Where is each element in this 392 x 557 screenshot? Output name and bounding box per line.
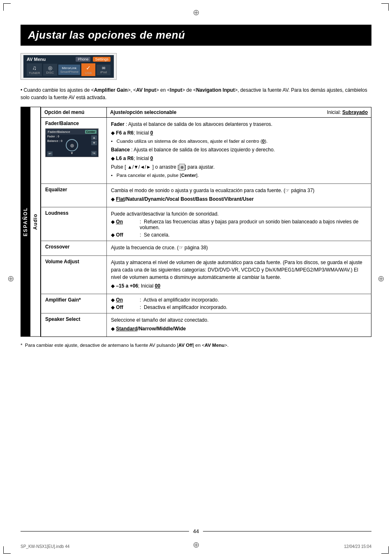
table-row-fader: Fader/Balance Fader/Balance Fader : 0 Ba… — [41, 118, 371, 184]
content-speaker: Seleccione el tamaño del altavoz conecta… — [107, 313, 371, 337]
bottom-right-text: 12/04/23 15:04 — [344, 544, 371, 549]
content-crossover: Ajuste la frecuencia de cruce. (☞ página… — [107, 241, 371, 255]
bottom-info: SP_KW-NSX1[EU].indb 44 12/04/23 15:04 — [21, 544, 371, 549]
corner-mark-tr — [381, 3, 389, 11]
footer-note: * Para cambiar este ajuste, desactive de… — [21, 342, 371, 349]
av-icon-smartphone: MirrorLink SmartPhone — [58, 65, 80, 75]
corner-mark-tl — [3, 3, 11, 11]
option-amplifier: Amplifier Gain* — [41, 294, 107, 313]
intro-note: • Cuando cambie los ajustes de <Amplifie… — [21, 86, 371, 101]
options-table: Opción del menú Ajuste/opción selecciona… — [41, 107, 371, 337]
bottom-left-text: SP_KW-NSX1[EU].indb 44 — [21, 544, 69, 549]
av-menu-title: AV Menu — [27, 57, 46, 62]
table-row-volume: Volume Adjust Ajusta y almacena el nivel… — [41, 255, 371, 294]
crosshair-left: ⊕ — [7, 274, 14, 283]
crosshair-top: ⊕ — [193, 7, 200, 17]
table-row-loudness: Loudness Puede activar/desactivar la fun… — [41, 207, 371, 241]
option-speaker: Speaker Select — [41, 313, 107, 337]
option-crossover: Crossover — [41, 241, 107, 255]
option-fader: Fader/Balance Fader/Balance Fader : 0 Ba… — [41, 118, 107, 184]
content-equalizer: Cambia el modo de sonido o ajusta y guar… — [107, 183, 371, 207]
table-header-col2: Ajuste/opción seleccionable Inicial: Sub… — [107, 107, 371, 118]
option-volume: Volume Adjust — [41, 255, 107, 294]
page-title: Ajustar las opciones de menú — [21, 25, 371, 46]
table-header-col1: Opción del menú — [41, 107, 107, 118]
av-icon-disc: ◎ DISC — [43, 64, 57, 76]
av-settings-btn: Settings — [93, 57, 111, 62]
content-loudness: Puede activar/desactivar la función de s… — [107, 207, 371, 241]
av-menu-screenshot: AV Menu Phone Settings ♫ TUNER ◎ DISC Mi… — [21, 53, 117, 80]
corner-mark-bl — [3, 546, 11, 554]
table-row-equalizer: Equalizer Cambia el modo de sonido o aju… — [41, 183, 371, 207]
page-content: Ajustar las opciones de menú AV Menu Pho… — [21, 25, 371, 349]
option-loudness: Loudness — [41, 207, 107, 241]
av-icon-usb: ✓ USB — [81, 63, 95, 76]
option-equalizer: Equalizer — [41, 183, 107, 207]
content-amplifier: ◆ On : Activa el amplificador incorporad… — [107, 294, 371, 313]
content-fader: Fader : Ajusta el balance de salida de l… — [107, 118, 371, 184]
sidebar-language-label: ESPAÑOL — [21, 107, 30, 337]
av-icon-ipod: ✉ iPod — [97, 65, 111, 75]
content-volume: Ajusta y almacena el nivel de volumen de… — [107, 255, 371, 294]
av-phone-btn: Phone — [76, 57, 90, 62]
page-number: 44 — [193, 528, 199, 534]
page-number-row: 44 — [0, 528, 392, 534]
av-icon-tuner: ♫ TUNER — [27, 63, 42, 76]
table-row-crossover: Crossover Ajuste la frecuencia de cruce.… — [41, 241, 371, 255]
table-row-speaker: Speaker Select Seleccione el tamaño del … — [41, 313, 371, 337]
table-row-amplifier: Amplifier Gain* ◆ On : Activa el amplifi… — [41, 294, 371, 313]
header-initial: Subrayado — [342, 109, 368, 115]
sidebar-audio-label: Audio — [30, 107, 41, 337]
corner-mark-br — [381, 546, 389, 554]
crosshair-right: ⊕ — [378, 274, 385, 283]
main-table-wrapper: ESPAÑOL Audio Opción del menú Ajuste/opc… — [21, 107, 371, 337]
fader-screen-image: Fader/Balance Fader : 0 Balance : 0 Cent… — [45, 128, 99, 157]
